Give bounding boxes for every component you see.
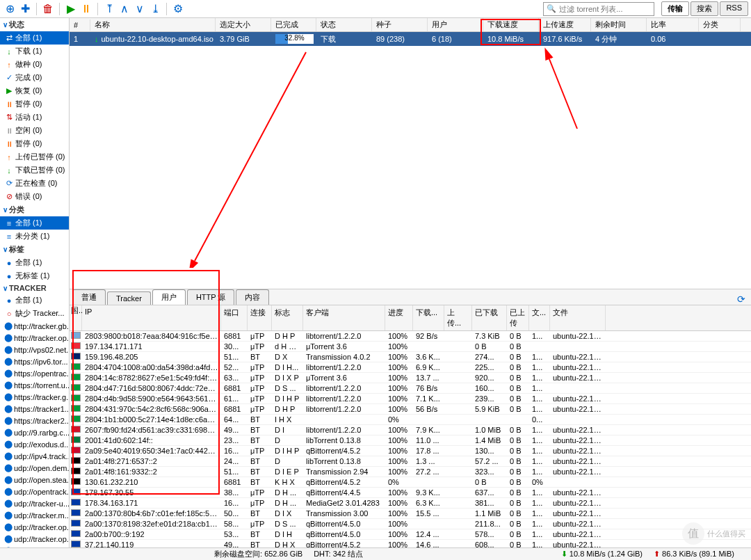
sidebar-item[interactable]: ↓下载 (1) [0, 45, 69, 58]
col-eta[interactable]: 剩余时间 [591, 18, 647, 31]
sidebar-group-header[interactable]: ∨分类 [0, 203, 69, 216]
sidebar-item[interactable]: ↑上传已暂停 (0) [0, 150, 69, 163]
col-num[interactable]: # [70, 19, 90, 31]
sidebar-item[interactable]: ⬤https://opentrac... [0, 367, 69, 379]
sidebar-group-header[interactable]: ∨状态 [0, 18, 69, 31]
add-file-icon[interactable]: ✚ [18, 2, 32, 16]
pcol-port[interactable]: 端口 [221, 305, 248, 330]
torrent-list-blank[interactable] [70, 46, 751, 289]
dtab-peers[interactable]: 用户 [152, 289, 186, 305]
pcol-rel[interactable]: 文... [529, 305, 550, 330]
peer-row[interactable]: 2a09:5e40:4019:650:34e1:7ac0:4429:4cb216… [70, 446, 751, 456]
col-status[interactable]: 状态 [316, 18, 372, 31]
col-seeds[interactable]: 种子 [372, 18, 428, 31]
dtab-tracker[interactable]: Tracker [107, 291, 151, 305]
col-size[interactable]: 选定大小 [216, 18, 271, 31]
col-ulspeed[interactable]: 上传速度 [539, 18, 591, 31]
sidebar-item[interactable]: ⏸暂停 (0) [0, 137, 69, 150]
torrent-row[interactable]: 1 ↓ubuntu-22.10-desktop-amd64.iso 3.79 G… [70, 32, 751, 46]
pcol-progress[interactable]: 进度 [385, 305, 413, 330]
sidebar-item[interactable]: ⬤udp://tracker-u... [0, 497, 69, 509]
sidebar-item[interactable]: ⬤udp://opentrack... [0, 486, 69, 497]
sidebar-item[interactable]: ⬤http://vps02.net... [0, 344, 69, 355]
peer-row[interactable]: 159.196.48.20551...BTD XTransmission 4.0… [70, 352, 751, 362]
pcol-dl[interactable]: 下载... [413, 305, 444, 330]
sidebar-item[interactable]: ⬤https://tracker1... [0, 403, 69, 415]
col-category[interactable]: 分类 [699, 18, 741, 31]
delete-icon[interactable]: 🗑 [41, 2, 55, 16]
peer-row[interactable]: 2804:431:970c:54c2:8cf6:568c:906a:1cee68… [70, 404, 751, 415]
sidebar-item[interactable]: ▶恢复 (0) [0, 84, 69, 97]
dtab-http[interactable]: HTTP 源 [187, 289, 235, 305]
peer-row[interactable]: 2803:9800:b018:7eaa:8404:916c:f5e7:eb656… [70, 331, 751, 342]
sidebar-item[interactable]: ⟳正在检查 (0) [0, 177, 69, 190]
sidebar-item[interactable]: ⏸暂停 (0) [0, 97, 69, 111]
pcol-country[interactable]: 国.. [70, 305, 82, 330]
sidebar-group-header[interactable]: ∨TRACKER [0, 282, 69, 294]
start-icon[interactable]: ▶ [64, 2, 78, 16]
move-up-icon[interactable]: ∧ [118, 2, 131, 16]
peer-row[interactable]: 2607:fb90:fd24:d561:ac39:c331:6981:b0af4… [70, 425, 751, 435]
peer-row[interactable]: 197.134.171.17130...μTPd H X PμTorrent 3… [70, 342, 751, 352]
tab-transfer[interactable]: 传输 [661, 1, 689, 16]
refresh-icon[interactable]: ⟳ [737, 294, 745, 305]
sidebar-item[interactable]: ↓下载已暂停 (0) [0, 163, 69, 177]
sidebar-item[interactable]: ●全部 (1) [0, 256, 69, 269]
sidebar-item[interactable]: ⬤udp://tracker.op... [0, 521, 69, 533]
add-link-icon[interactable]: ⊕ [3, 2, 17, 16]
sidebar-item[interactable]: ⬤https://ipv6.tor... [0, 355, 69, 367]
peer-row[interactable]: 2804:1b1:b000:5c27:14e4:1d8e:c6a0:979a64… [70, 415, 751, 425]
peer-row[interactable]: 2804:d47:716d:5800:8067:4ddc:72e3:6a7268… [70, 383, 751, 394]
col-dlspeed[interactable]: 下载速度 [483, 18, 539, 31]
sidebar-item[interactable]: ≡未分类 (1) [0, 230, 69, 243]
sidebar-item[interactable]: ✓完成 (0) [0, 71, 69, 84]
settings-icon[interactable]: ⚙ [171, 2, 185, 16]
peer-row[interactable]: 2a00:1370:80b4:6b7:c01e:fef:185c:547450.… [70, 509, 751, 519]
pcol-ip[interactable]: IP [82, 305, 221, 330]
pcol-client[interactable]: 客户端 [303, 305, 385, 330]
sidebar-item[interactable]: ⇅活动 (1) [0, 111, 69, 124]
col-ratio[interactable]: 比率 [647, 18, 699, 31]
sidebar-item[interactable]: ⬤udp://ipv4.track... [0, 450, 69, 462]
sidebar-item[interactable]: ⬤http://tracker.gb... [0, 320, 69, 332]
col-progress[interactable]: 已完成 [271, 18, 316, 31]
sidebar-item[interactable]: ⬤udp://9.rarbg.c... [0, 426, 69, 438]
sidebar-item[interactable]: ⊘错误 (0) [0, 190, 69, 203]
peer-row[interactable]: 2804:4704:1008:a00:da54:398d:a4fd:f68d52… [70, 362, 751, 373]
peer-row[interactable]: 2001:41d0:602:14f::23...BTDlibTorrent 0.… [70, 435, 751, 446]
move-down-icon[interactable]: ∨ [133, 2, 147, 16]
pcol-dled[interactable]: 已下载 [472, 305, 507, 330]
peer-row[interactable]: 2804:14c:8782:8627:e5e1:5c49:fd4f:2d3663… [70, 373, 751, 383]
sidebar-item[interactable]: ⬤udp://tracker.op... [0, 533, 69, 545]
tab-search[interactable]: 搜索 [691, 1, 718, 16]
dtab-general[interactable]: 普通 [72, 289, 106, 305]
sidebar-item[interactable]: ⇄全部 (1) [0, 31, 69, 45]
sidebar-group-header[interactable]: ∨标签 [0, 243, 69, 256]
sidebar-item[interactable]: ●无标签 (1) [0, 269, 69, 282]
peer-row[interactable]: 2a01:4f8:271:6537::224...BTDlibTorrent 0… [70, 456, 751, 467]
search-input[interactable] [559, 5, 651, 13]
peer-row[interactable]: 37.21.140.11949...BTD H XqBittorrent/4.5… [70, 540, 751, 548]
sidebar-item[interactable]: ⬤https://tracker2... [0, 415, 69, 426]
sidebar-item[interactable]: ≡全部 (1) [0, 216, 69, 230]
pcol-uled[interactable]: 已上传 [507, 305, 529, 330]
pcol-conn[interactable]: 连接 [248, 305, 272, 330]
sidebar-item[interactable]: ⬤https://torrent.u... [0, 379, 69, 391]
pcol-file[interactable]: 文件 [550, 305, 606, 330]
dtab-content[interactable]: 内容 [236, 289, 269, 305]
move-bottom-icon[interactable]: ⤓ [148, 2, 162, 16]
peer-row[interactable]: 130.61.232.2106881BTK H XqBittorrent/4.5… [70, 477, 751, 488]
sidebar-item[interactable]: ⬤udp://open.stea... [0, 474, 69, 486]
peer-row[interactable]: 2a00:b700::9:19253...BTD I HqBittorrent/… [70, 529, 751, 540]
col-peers[interactable]: 用户 [428, 18, 483, 31]
peer-row[interactable]: 2a01:4f8:161:9332::251...BTD I E PTransm… [70, 467, 751, 477]
sidebar-item[interactable]: ⬤http://tracker.op... [0, 332, 69, 344]
sidebar-item[interactable]: ⬤udp://open.dem... [0, 462, 69, 474]
sidebar-item[interactable]: ⬤https://tracker.g... [0, 391, 69, 403]
sidebar-item[interactable]: ○缺少 Tracker... [0, 307, 69, 320]
sidebar-item[interactable]: ⬤udp://tracker.m... [0, 509, 69, 521]
move-top-icon[interactable]: ⤒ [102, 2, 116, 16]
peer-row[interactable]: 2804:d4b:9d58:5900:e564:9643:561b:b44161… [70, 394, 751, 404]
tab-rss[interactable]: RSS [720, 1, 748, 16]
peer-row[interactable]: 178.34.163.17116...μTPD H ...MediaGet2 3… [70, 498, 751, 509]
